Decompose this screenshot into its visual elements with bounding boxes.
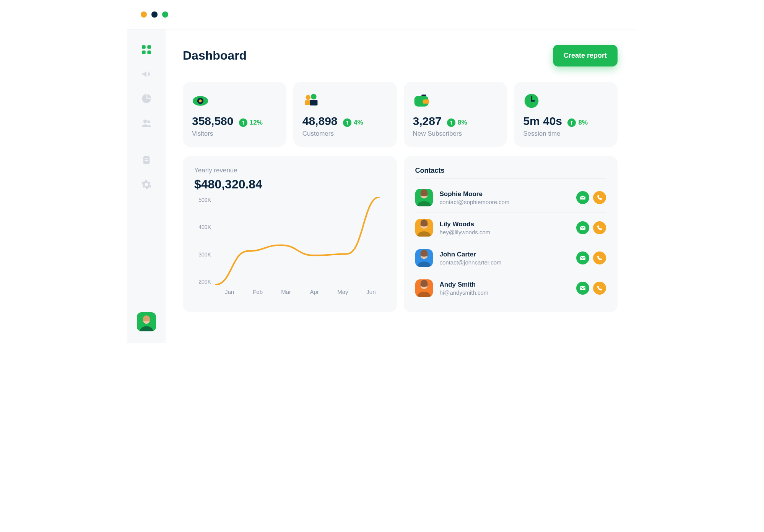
svg-rect-22: [531, 100, 535, 102]
stat-label: New Subscribers: [413, 130, 498, 138]
arrow-up-icon: [343, 118, 351, 127]
sidebar: [127, 29, 166, 343]
revenue-subtitle: Yearly revenue: [194, 167, 385, 174]
svg-rect-1: [147, 45, 151, 49]
phone-icon: [597, 195, 603, 201]
envelope-icon: [580, 225, 586, 231]
contact-row: Andy Smithhi@andysmith.com: [415, 273, 606, 303]
chart-xtick: Jun: [357, 289, 385, 295]
contact-info: Andy Smithhi@andysmith.com: [440, 281, 577, 296]
chart-xtick: Feb: [244, 289, 272, 295]
phone-button[interactable]: [593, 191, 606, 204]
svg-rect-24: [580, 196, 585, 200]
gear-icon: [141, 179, 152, 190]
svg-rect-7: [145, 158, 148, 159]
revenue-amount: $480,320.84: [194, 177, 385, 191]
arrow-up-icon: [239, 118, 247, 127]
chart-line: [215, 197, 380, 285]
nav-settings[interactable]: [140, 178, 153, 191]
svg-rect-3: [147, 50, 151, 54]
envelope-icon: [580, 285, 586, 291]
svg-point-5: [147, 120, 150, 123]
window-titlebar: [127, 0, 637, 29]
svg-point-13: [306, 95, 310, 100]
user-avatar[interactable]: [137, 312, 156, 331]
stat-value: 358,580: [192, 115, 233, 128]
contact-row: John Cartercontact@johncarter.com: [415, 243, 606, 273]
envelope-icon: [580, 195, 586, 201]
stat-value: 48,898: [302, 115, 338, 128]
chart-ytick: 200K: [194, 279, 213, 285]
contacts-title: Contacts: [415, 167, 606, 179]
create-report-button[interactable]: Create report: [553, 45, 618, 66]
nav-analytics[interactable]: [140, 92, 153, 105]
contact-email: hi@andysmith.com: [440, 289, 577, 296]
contacts-panel: Contacts Sophie Moorecontact@sophiemoore…: [404, 156, 618, 312]
svg-point-12: [199, 99, 202, 102]
contact-info: Lily Woodshey@lilywoods.com: [440, 221, 577, 235]
nav-announcements[interactable]: [140, 67, 153, 81]
stat-delta: 12%: [239, 118, 263, 127]
stat-value: 3,287: [413, 115, 442, 128]
stat-value: 5m 40s: [523, 115, 562, 128]
contact-avatar: [415, 279, 433, 297]
eye-icon: [192, 92, 209, 109]
contact-name: John Carter: [440, 251, 577, 258]
avatar-icon: [138, 315, 155, 331]
stat-label: Customers: [302, 130, 388, 138]
svg-rect-8: [145, 160, 148, 161]
svg-rect-18: [423, 99, 429, 104]
phone-button[interactable]: [593, 251, 606, 264]
stat-card-customers: 48,898 4% Customers: [293, 82, 397, 147]
contact-name: Andy Smith: [440, 281, 577, 289]
email-button[interactable]: [576, 221, 589, 234]
people-icon: [302, 92, 319, 109]
email-button[interactable]: [576, 282, 589, 295]
svg-rect-26: [580, 226, 585, 230]
svg-rect-16: [310, 100, 317, 105]
stat-label: Visitors: [192, 130, 277, 138]
phone-button[interactable]: [593, 221, 606, 234]
email-button[interactable]: [576, 191, 589, 204]
window-dot-navy: [151, 11, 158, 18]
document-icon: [141, 155, 152, 165]
svg-rect-0: [142, 45, 145, 49]
contact-email: hey@lilywoods.com: [440, 229, 577, 235]
stat-delta: 4%: [343, 118, 363, 127]
contact-avatar: [415, 189, 433, 206]
window-dot-amber: [141, 11, 147, 18]
arrow-up-icon: [447, 118, 455, 127]
contact-row: Lily Woodshey@lilywoods.com: [415, 213, 606, 243]
chart-xtick: Apr: [300, 289, 328, 295]
contact-info: John Cartercontact@johncarter.com: [440, 251, 577, 266]
email-button[interactable]: [576, 251, 589, 264]
phone-icon: [597, 225, 603, 231]
nav-users[interactable]: [140, 116, 153, 130]
phone-button[interactable]: [593, 282, 606, 295]
wallet-icon: [413, 92, 430, 109]
chart-xtick: May: [328, 289, 357, 295]
nav-dashboard[interactable]: [140, 43, 153, 57]
svg-rect-30: [580, 286, 585, 290]
stat-card-session-time: 5m 40s 8% Session time: [514, 82, 618, 147]
contact-avatar: [415, 249, 433, 267]
grid-icon: [141, 44, 152, 55]
svg-rect-28: [580, 256, 585, 260]
svg-point-15: [311, 94, 317, 100]
page-title: Dashboard: [183, 49, 247, 63]
window-dot-green: [162, 11, 168, 18]
chart-ytick: 400K: [194, 224, 213, 230]
phone-icon: [597, 285, 603, 291]
stat-delta: 8%: [447, 118, 467, 127]
contact-row: Sophie Moorecontact@sophiemoore.com: [415, 183, 606, 213]
svg-rect-2: [142, 50, 145, 54]
contact-name: Sophie Moore: [440, 190, 577, 198]
main-content: Dashboard Create report 358,580 12%: [166, 29, 637, 343]
clock-icon: [523, 92, 540, 109]
users-icon: [141, 118, 152, 128]
chart-ytick: 300K: [194, 251, 213, 258]
envelope-icon: [580, 255, 586, 261]
nav-documents[interactable]: [140, 153, 153, 167]
revenue-chart: 500K400K300K200K JanFebMarAprMayJun: [194, 197, 385, 295]
contact-avatar: [415, 219, 433, 237]
